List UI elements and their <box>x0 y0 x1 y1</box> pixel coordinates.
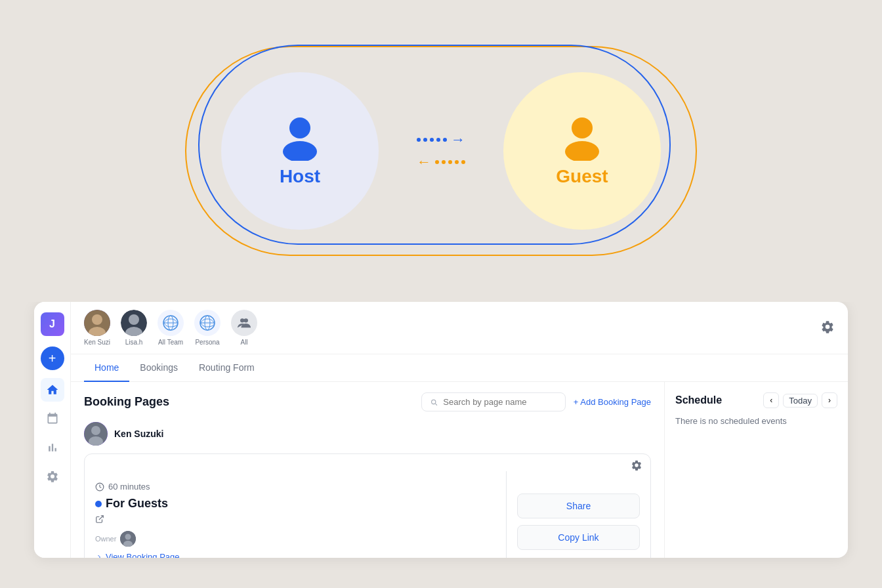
prev-date-btn[interactable]: ‹ <box>763 392 779 408</box>
svg-point-24 <box>125 534 131 540</box>
svg-point-0 <box>289 117 310 138</box>
booking-card: 60 minutes For Guests Ow <box>84 453 651 558</box>
sidebar-item-chart[interactable] <box>41 436 64 459</box>
booking-link-icon[interactable] <box>95 514 495 526</box>
all-team-img <box>158 310 184 336</box>
sidebar: J + <box>34 302 71 558</box>
next-date-btn[interactable]: › <box>822 392 837 408</box>
dot1 <box>417 138 421 142</box>
ken-suzi-img <box>84 310 110 336</box>
search-box <box>421 392 566 411</box>
all-img <box>231 310 257 336</box>
booking-duration: 60 minutes <box>95 482 495 492</box>
top-bar: Ken Suzi Lisa.h <box>71 302 848 354</box>
svg-point-1 <box>283 141 317 161</box>
dot4 <box>436 138 440 142</box>
view-booking-link[interactable]: View Booking Page <box>95 552 495 558</box>
user-name: Ken Suzuki <box>114 429 163 439</box>
sidebar-item-settings[interactable] <box>41 465 64 488</box>
search-input[interactable] <box>443 397 556 407</box>
host-guest-diagram: Host → ← <box>185 39 697 262</box>
content-row: Booking Pages + Add Booking Page <box>71 382 848 558</box>
owner-label: Owner <box>95 535 116 543</box>
host-label: Host <box>280 166 320 187</box>
svg-point-16 <box>240 318 244 322</box>
odot2 <box>442 160 446 164</box>
avatar-group: Ken Suzi Lisa.h <box>84 310 257 346</box>
today-label: Today <box>783 394 818 408</box>
ken-suzi-label: Ken Suzi <box>84 339 110 346</box>
avatar-ken-suzi[interactable]: Ken Suzi <box>84 310 110 346</box>
host-circle: Host <box>221 72 379 230</box>
lisa-img <box>121 310 147 336</box>
booking-pages-title: Booking Pages <box>84 395 169 409</box>
host-person-icon <box>279 115 321 161</box>
booking-header-actions: + Add Booking Page <box>421 392 651 411</box>
owner-avatar <box>120 531 136 547</box>
tab-routing-form[interactable]: Routing Form <box>188 354 265 382</box>
svg-point-2 <box>572 117 593 138</box>
no-events-text: There is no scheduled events <box>675 416 837 426</box>
main-content: Ken Suzi Lisa.h <box>71 302 848 558</box>
nav-tabs: Home Bookings Routing Form <box>71 354 848 382</box>
add-booking-btn[interactable]: + Add Booking Page <box>574 397 651 407</box>
all-label: All <box>240 339 247 346</box>
booking-card-inner: 60 minutes For Guests Ow <box>85 471 650 558</box>
svg-point-17 <box>244 318 248 322</box>
svg-point-8 <box>129 314 139 325</box>
share-button[interactable]: Share <box>517 494 640 518</box>
tab-home[interactable]: Home <box>84 354 129 382</box>
avatar-persona[interactable]: Persona <box>194 310 220 346</box>
guest-person-icon <box>561 115 603 161</box>
guest-label: Guest <box>556 166 608 187</box>
sidebar-item-calendar[interactable] <box>41 407 64 430</box>
odot3 <box>448 160 452 164</box>
all-team-label: All Team <box>158 339 183 346</box>
schedule-panel: Schedule ‹ Today › There is no scheduled… <box>664 382 848 558</box>
arrow-right-head: → <box>451 131 465 148</box>
copy-link-button[interactable]: Copy Link <box>517 525 640 550</box>
dot2 <box>423 138 427 142</box>
logo-text: J <box>49 318 55 330</box>
illustration-area: Host → ← <box>0 0 882 302</box>
user-avatar <box>84 422 108 446</box>
tab-bookings[interactable]: Bookings <box>129 354 188 382</box>
add-button[interactable]: + <box>41 346 64 370</box>
booking-name: For Guests <box>95 497 495 511</box>
persona-label: Persona <box>195 339 219 346</box>
svg-line-22 <box>99 516 103 520</box>
odot4 <box>455 160 459 164</box>
booking-owner-row: Owner <box>95 531 495 547</box>
persona-img <box>194 310 220 336</box>
app-panel: J + <box>34 302 848 558</box>
sidebar-item-home[interactable] <box>41 378 64 402</box>
odot1 <box>435 160 439 164</box>
search-icon <box>430 398 438 407</box>
card-settings-icon[interactable] <box>631 459 642 471</box>
date-nav: ‹ Today › <box>763 392 837 408</box>
lisa-label: Lisa.h <box>125 339 143 346</box>
avatar-all[interactable]: All <box>231 310 257 346</box>
booking-card-top <box>85 454 650 471</box>
arrow-left: ← <box>417 154 465 171</box>
clock-icon <box>95 482 104 492</box>
booking-section: Booking Pages + Add Booking Page <box>71 382 664 558</box>
top-settings-icon[interactable] <box>820 320 835 337</box>
svg-point-19 <box>91 426 100 435</box>
dot5 <box>443 138 447 142</box>
schedule-title: Schedule <box>675 394 722 406</box>
booking-header: Booking Pages + Add Booking Page <box>84 392 651 411</box>
arrow-right: → <box>417 131 465 148</box>
avatar-lisa[interactable]: Lisa.h <box>121 310 147 346</box>
avatar-all-team[interactable]: All Team <box>158 310 184 346</box>
arrow-left-head: ← <box>417 154 431 171</box>
svg-point-3 <box>565 141 599 161</box>
svg-point-5 <box>92 314 102 325</box>
arrows-middle: → ← <box>417 131 465 171</box>
sidebar-logo: J <box>41 312 64 336</box>
booking-dot <box>95 501 102 507</box>
user-row: Ken Suzuki <box>84 422 651 446</box>
booking-card-left: 60 minutes For Guests Ow <box>85 471 506 558</box>
guest-circle: Guest <box>503 72 661 230</box>
schedule-header: Schedule ‹ Today › <box>675 392 837 408</box>
